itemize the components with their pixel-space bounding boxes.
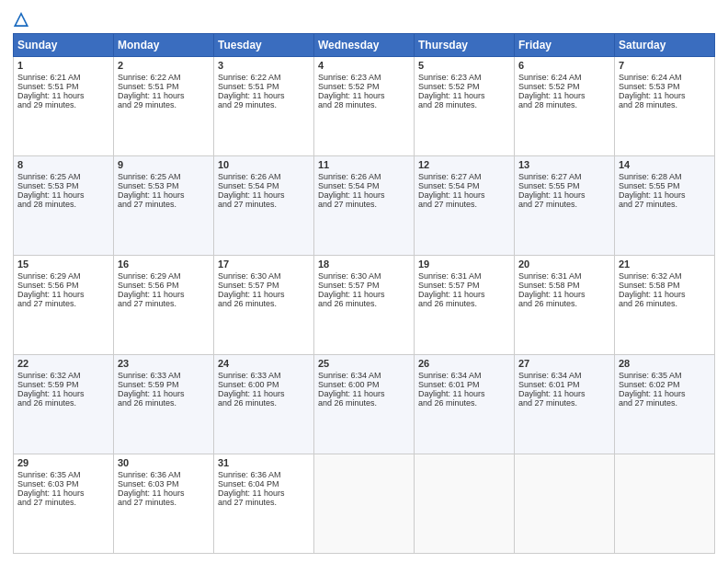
day-info: Sunrise: 6:26 AM	[218, 172, 310, 181]
calendar-body: 1Sunrise: 6:21 AMSunset: 5:51 PMDaylight…	[14, 57, 715, 554]
day-info: Daylight: 11 hours	[17, 389, 109, 398]
calendar-cell: 27Sunrise: 6:34 AMSunset: 6:01 PMDayligh…	[515, 355, 615, 454]
day-info: Daylight: 11 hours	[418, 389, 510, 398]
day-info: Sunset: 5:54 PM	[218, 181, 310, 190]
day-number: 2	[118, 60, 210, 71]
day-info: Sunset: 5:57 PM	[418, 281, 510, 290]
day-info: Sunset: 6:01 PM	[518, 380, 610, 389]
day-info: Sunset: 6:03 PM	[17, 479, 109, 488]
calendar-cell: 23Sunrise: 6:33 AMSunset: 5:59 PMDayligh…	[114, 355, 214, 454]
day-info: Sunrise: 6:29 AM	[17, 271, 109, 281]
day-info: and 27 minutes.	[318, 200, 410, 209]
calendar-cell: 2Sunrise: 6:22 AMSunset: 5:51 PMDaylight…	[114, 57, 214, 156]
day-info: Daylight: 11 hours	[518, 290, 610, 299]
day-number: 14	[619, 159, 711, 170]
day-info: Daylight: 11 hours	[118, 488, 210, 498]
day-info: Sunset: 5:54 PM	[418, 181, 510, 190]
day-number: 13	[518, 159, 610, 170]
day-info: and 26 minutes.	[518, 299, 610, 308]
calendar-cell: 6Sunrise: 6:24 AMSunset: 5:52 PMDaylight…	[515, 57, 615, 156]
calendar-cell: 13Sunrise: 6:27 AMSunset: 5:55 PMDayligh…	[515, 156, 615, 256]
day-info: Sunset: 5:57 PM	[218, 281, 310, 290]
day-info: Daylight: 11 hours	[218, 488, 310, 498]
day-info: Sunset: 5:52 PM	[318, 82, 410, 91]
header	[13, 9, 715, 28]
day-number: 30	[118, 457, 210, 468]
day-info: and 27 minutes.	[17, 299, 109, 308]
day-info: Daylight: 11 hours	[218, 290, 310, 299]
day-number: 27	[518, 358, 610, 369]
day-header-saturday: Saturday	[615, 34, 715, 57]
day-info: and 28 minutes.	[518, 100, 610, 109]
day-info: Sunrise: 6:32 AM	[17, 371, 109, 380]
day-info: Daylight: 11 hours	[418, 190, 510, 200]
calendar-cell: 4Sunrise: 6:23 AMSunset: 5:52 PMDaylight…	[314, 57, 415, 156]
day-number: 5	[418, 60, 510, 71]
week-row-2: 8Sunrise: 6:25 AMSunset: 5:53 PMDaylight…	[14, 156, 715, 256]
calendar-table: SundayMondayTuesdayWednesdayThursdayFrid…	[13, 33, 715, 554]
day-info: Sunrise: 6:22 AM	[218, 73, 310, 82]
calendar-cell: 21Sunrise: 6:32 AMSunset: 5:58 PMDayligh…	[615, 256, 715, 355]
day-info: Sunrise: 6:21 AM	[17, 73, 109, 82]
day-info: and 26 minutes.	[418, 398, 510, 408]
calendar-cell: 10Sunrise: 6:26 AMSunset: 5:54 PMDayligh…	[214, 156, 314, 256]
day-info: Sunrise: 6:24 AM	[619, 73, 711, 82]
day-info: Sunset: 5:58 PM	[518, 281, 610, 290]
calendar-cell: 12Sunrise: 6:27 AMSunset: 5:54 PMDayligh…	[415, 156, 515, 256]
day-info: Daylight: 11 hours	[118, 91, 210, 100]
calendar-cell: 9Sunrise: 6:25 AMSunset: 5:53 PMDaylight…	[114, 156, 214, 256]
day-info: and 27 minutes.	[619, 200, 711, 209]
day-info: Daylight: 11 hours	[118, 290, 210, 299]
day-info: Daylight: 11 hours	[17, 488, 109, 498]
day-number: 10	[218, 159, 310, 170]
day-info: Sunset: 5:51 PM	[218, 82, 310, 91]
calendar-cell	[415, 454, 515, 554]
day-info: Sunrise: 6:35 AM	[17, 470, 109, 479]
day-number: 19	[418, 259, 510, 270]
day-header-thursday: Thursday	[415, 34, 515, 57]
calendar-cell: 14Sunrise: 6:28 AMSunset: 5:55 PMDayligh…	[615, 156, 715, 256]
day-info: and 27 minutes.	[118, 498, 210, 507]
day-number: 18	[318, 259, 410, 270]
day-info: Sunset: 6:04 PM	[218, 479, 310, 488]
day-info: Sunset: 5:52 PM	[418, 82, 510, 91]
day-info: Sunrise: 6:22 AM	[118, 73, 210, 82]
day-info: and 26 minutes.	[619, 299, 711, 308]
day-info: Sunrise: 6:24 AM	[518, 73, 610, 82]
day-info: Sunset: 5:54 PM	[318, 181, 410, 190]
day-number: 17	[218, 259, 310, 270]
day-info: Daylight: 11 hours	[518, 91, 610, 100]
calendar-cell: 1Sunrise: 6:21 AMSunset: 5:51 PMDaylight…	[14, 57, 114, 156]
day-info: Sunrise: 6:27 AM	[418, 172, 510, 181]
day-info: Daylight: 11 hours	[318, 91, 410, 100]
day-info: and 27 minutes.	[518, 398, 610, 408]
day-number: 29	[17, 457, 109, 468]
day-number: 16	[118, 259, 210, 270]
day-info: Daylight: 11 hours	[418, 91, 510, 100]
week-row-3: 15Sunrise: 6:29 AMSunset: 5:56 PMDayligh…	[14, 256, 715, 355]
day-info: Daylight: 11 hours	[118, 190, 210, 200]
day-info: Sunrise: 6:35 AM	[619, 371, 711, 380]
day-info: Sunset: 5:51 PM	[118, 82, 210, 91]
day-info: Sunset: 5:51 PM	[17, 82, 109, 91]
day-info: Daylight: 11 hours	[318, 290, 410, 299]
day-info: Sunset: 5:59 PM	[17, 380, 109, 389]
day-info: Sunrise: 6:28 AM	[619, 172, 711, 181]
day-info: and 29 minutes.	[118, 100, 210, 109]
calendar-cell: 7Sunrise: 6:24 AMSunset: 5:53 PMDaylight…	[615, 57, 715, 156]
day-number: 31	[218, 457, 310, 468]
calendar-cell: 20Sunrise: 6:31 AMSunset: 5:58 PMDayligh…	[515, 256, 615, 355]
day-header-sunday: Sunday	[14, 34, 114, 57]
day-number: 4	[318, 60, 410, 71]
day-number: 24	[218, 358, 310, 369]
day-info: Sunrise: 6:31 AM	[518, 271, 610, 281]
day-info: Sunrise: 6:36 AM	[118, 470, 210, 479]
day-info: Sunrise: 6:33 AM	[218, 371, 310, 380]
day-info: Sunrise: 6:23 AM	[318, 73, 410, 82]
week-row-4: 22Sunrise: 6:32 AMSunset: 5:59 PMDayligh…	[14, 355, 715, 454]
day-info: Daylight: 11 hours	[518, 190, 610, 200]
day-number: 3	[218, 60, 310, 71]
day-info: Daylight: 11 hours	[518, 389, 610, 398]
day-number: 11	[318, 159, 410, 170]
day-info: Sunrise: 6:33 AM	[118, 371, 210, 380]
